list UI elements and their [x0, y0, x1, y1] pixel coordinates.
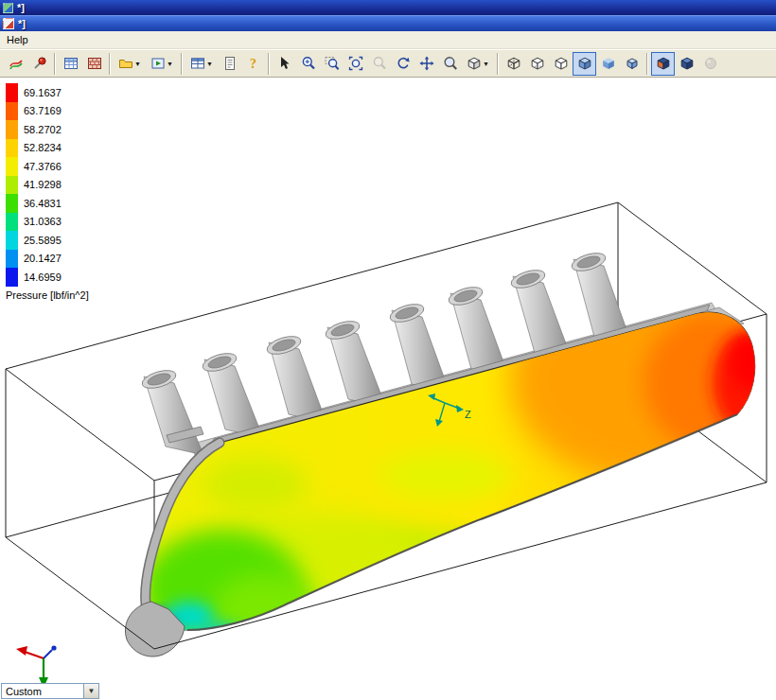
- zoom-fit-button[interactable]: [344, 52, 367, 76]
- chevron-down-icon: ▼: [206, 61, 213, 67]
- legend-swatch: [6, 231, 18, 250]
- toolbar-separator: [54, 53, 56, 75]
- shaded-view-icon: [601, 56, 616, 71]
- pan-view-button[interactable]: [414, 52, 438, 76]
- help-icon: ?: [246, 56, 261, 71]
- section-view-icon: [656, 56, 671, 71]
- camera-view-icon: [679, 56, 695, 71]
- wireframe-view-icon: [506, 56, 521, 71]
- toolbar-separator: [646, 53, 648, 75]
- legend-entry: 69.1637: [6, 83, 89, 102]
- chevron-down-icon: ▼: [134, 61, 141, 67]
- hidden-lines-removed-icon: [554, 56, 569, 71]
- mesh-cells-button[interactable]: [82, 52, 106, 76]
- zoom-selection-button[interactable]: [367, 52, 391, 76]
- chevron-down-icon: ▼: [483, 61, 489, 67]
- graphics-viewport[interactable]: Z 69.1637 63.7169 58.2702 52.8234 47.376…: [0, 78, 776, 700]
- pan-view-icon: [419, 56, 434, 71]
- legend-swatch: [6, 176, 18, 195]
- hidden-lines-visible-icon: [530, 56, 545, 71]
- view-orientation-button[interactable]: ▼: [462, 52, 494, 76]
- legend-swatch: [6, 157, 18, 176]
- legend-swatch: [6, 268, 18, 287]
- mesh-cells-icon: [87, 56, 102, 71]
- toolbar-separator: [109, 53, 111, 75]
- legend-swatch: [6, 120, 18, 139]
- orientation-triad: [16, 645, 57, 688]
- flow-trajectories-button[interactable]: [4, 52, 27, 76]
- rotate-view-icon: [396, 56, 411, 71]
- flow-trajectories-icon: [9, 56, 24, 71]
- legend-entry: 63.7169: [6, 102, 89, 121]
- app-icon: [3, 3, 13, 13]
- shaded-view-button[interactable]: [596, 52, 620, 76]
- combo-dropdown-button[interactable]: ▼: [83, 684, 98, 698]
- magnifying-lens-button[interactable]: [438, 52, 462, 76]
- legend-swatch: [6, 250, 18, 269]
- legend-entry: 20.1427: [6, 250, 89, 269]
- perspective-view-icon: [625, 56, 640, 71]
- section-view-button[interactable]: [651, 52, 675, 76]
- legend-entry: 52.8234: [6, 139, 89, 158]
- hidden-lines-removed-button[interactable]: [549, 52, 573, 76]
- main-toolbar: ▼ ▼ ▼ ?: [0, 49, 776, 78]
- legend-entry: 47.3766: [6, 157, 89, 176]
- zoom-area-icon: [325, 56, 340, 71]
- toolbar-separator: [181, 53, 183, 75]
- legend-entry: 25.5895: [6, 231, 89, 250]
- render-sphere-button[interactable]: [698, 52, 722, 76]
- select-button[interactable]: [273, 52, 296, 76]
- magnifying-lens-icon: [443, 56, 458, 71]
- pressure-cut-plane: [142, 276, 776, 647]
- view-preset-value: Custom: [2, 686, 83, 697]
- shaded-edges-view-button[interactable]: [573, 52, 596, 76]
- document-icon: [3, 18, 14, 29]
- legend-swatch: [6, 83, 18, 102]
- legend-swatch: [6, 194, 18, 213]
- menu-bar: Help: [0, 31, 776, 49]
- zoom-in-out-button[interactable]: [296, 52, 320, 76]
- rotate-view-button[interactable]: [391, 52, 414, 76]
- viewport-3d-scene[interactable]: Z: [0, 78, 776, 700]
- results-folder-button[interactable]: ▼: [114, 52, 146, 76]
- results-folder-icon: [118, 56, 133, 71]
- titlebar-inner[interactable]: *]: [0, 15, 776, 31]
- report-icon: [222, 56, 238, 71]
- legend-title: Pressure [lbf/in^2]: [6, 289, 89, 301]
- mesh-table-button[interactable]: [59, 52, 82, 76]
- calculation-control-button[interactable]: ▼: [146, 52, 178, 76]
- legend-entry: 58.2702: [6, 120, 89, 139]
- report-button[interactable]: [218, 52, 241, 76]
- calculation-control-icon: [150, 56, 166, 71]
- legend-entry: 36.4831: [6, 194, 89, 213]
- toolbar-separator: [497, 53, 499, 75]
- legend-entry: 14.6959: [6, 268, 89, 287]
- legend-entry: 31.0363: [6, 213, 89, 232]
- window-layout-button[interactable]: ▼: [185, 52, 218, 76]
- zoom-area-button[interactable]: [320, 52, 344, 76]
- titlebar-outer[interactable]: *]: [0, 0, 776, 15]
- legend-entry: 41.9298: [6, 176, 89, 195]
- camera-view-button[interactable]: [675, 52, 698, 76]
- chevron-down-icon: ▼: [167, 61, 173, 67]
- window-title-outer: *]: [17, 2, 25, 13]
- legend-swatch: [6, 213, 18, 232]
- hidden-lines-visible-button[interactable]: [525, 52, 549, 76]
- color-legend: 69.1637 63.7169 58.2702 52.8234 47.3766 …: [6, 83, 89, 301]
- help-button[interactable]: ?: [241, 52, 265, 76]
- window-title-inner: *]: [18, 18, 26, 29]
- menu-item-help[interactable]: Help: [0, 32, 35, 47]
- view-preset-combo[interactable]: Custom ▼: [1, 683, 99, 699]
- legend-swatch: [6, 139, 18, 158]
- select-arrow-icon: [277, 56, 292, 71]
- view-orientation-icon: [467, 56, 482, 71]
- point-probe-button[interactable]: [27, 52, 51, 76]
- wireframe-view-button[interactable]: [502, 52, 525, 76]
- svg-text:?: ?: [250, 57, 256, 71]
- perspective-view-button[interactable]: [620, 52, 644, 76]
- mesh-table-icon: [63, 56, 79, 71]
- shaded-edges-view-icon: [577, 56, 592, 71]
- zoom-selection-icon: [372, 56, 387, 71]
- legend-swatch: [6, 102, 18, 121]
- point-probe-icon: [32, 56, 47, 71]
